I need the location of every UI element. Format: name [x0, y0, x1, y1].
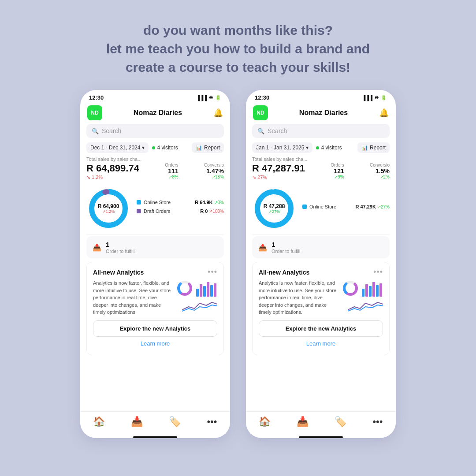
legend2-change-1: ↗100% [209, 209, 224, 214]
stats-row-1: R 64,899.74 ↘ 1.2% Orders 111 ↗8% Conver… [86, 163, 224, 180]
analytics-body-2: Analytics is now faster, flexible, and m… [259, 279, 383, 316]
analytics-text-1: Analytics is now faster, flexible, and m… [93, 279, 172, 316]
app-header-1: ND Nomaz Diaries 🔔 [80, 103, 230, 124]
nav-home-1[interactable]: 🏠 [93, 416, 105, 428]
conversion-change-1: ↗18% [204, 175, 224, 179]
legend2-name-1: Draft Orders [144, 208, 171, 214]
legend-dot-purple-1 [137, 209, 141, 213]
orders-change-1: ↗8% [165, 175, 178, 179]
orders-change-2: ↗9% [331, 175, 344, 179]
report-btn-1[interactable]: 📊 Report [192, 142, 224, 153]
main-stats-1: R 64,899.74 ↘ 1.2% [86, 163, 139, 180]
search-placeholder-2: Search [268, 127, 287, 134]
svg-rect-6 [196, 289, 199, 297]
stats-row-2: R 47,287.91 ↘ 27% Orders 121 ↗9% Convers… [252, 163, 390, 180]
explore-btn-1[interactable]: Explore the new Analytics [93, 320, 217, 337]
nav-tag-1[interactable]: 🏷️ [169, 416, 181, 428]
headline-line1: do you want months like this? [143, 23, 333, 37]
analytics-title-2: All-new Analytics [259, 269, 309, 276]
order-icon-1: 📥 [93, 243, 101, 252]
visitors-badge-2: 4 visitors [316, 145, 342, 151]
legend1-amount-1: R 64.9K [195, 200, 212, 205]
home-bar-2 [299, 436, 343, 438]
donut-label-2: R 47,288 ↗27% [264, 203, 285, 214]
search-icon-2: 🔍 [257, 128, 264, 134]
legend1-amount-2: R 47.29K [355, 204, 376, 209]
report-btn-2[interactable]: 📊 Report [357, 142, 390, 153]
svg-rect-17 [362, 289, 364, 297]
nav-more-2[interactable]: ••• [372, 416, 383, 428]
nav-inbox-2[interactable]: 📥 [297, 416, 309, 428]
app-header-2: ND Nomaz Diaries 🔔 [246, 103, 396, 124]
mini-line-chart-1 [182, 299, 217, 312]
more-options-icon-1[interactable]: ••• [208, 268, 217, 277]
nav-inbox-1[interactable]: 📥 [131, 416, 143, 428]
status-bar-1: 12:30 ▐▐▐ ⊖ 🔋 [80, 90, 230, 103]
legend-item-1-2: Draft Orders R 0 ↗100% [137, 208, 224, 214]
chevron-down-icon-2: ▾ [306, 145, 309, 151]
headline-line2: let me teach you how to build a brand an… [106, 41, 370, 56]
nav-home-2[interactable]: 🏠 [259, 416, 271, 428]
date-btn-2[interactable]: Jan 1 - Jan 31, 2025 ▾ [252, 142, 312, 153]
donut-label-1: R 64,900 ↗1.2% [98, 203, 119, 214]
analytics-card-2: All-new Analytics ••• Analytics is now f… [252, 262, 390, 355]
mini-donut-chart-2 [342, 279, 359, 297]
filter-row-1: Dec 1 - Dec 31, 2024 ▾ 4 visitors 📊 Repo… [80, 142, 230, 156]
donut-amount-2: R 47,288 [264, 203, 285, 209]
conversion-change-2: ↗2% [370, 175, 390, 179]
legend-dot-blue-1 [137, 200, 141, 205]
svg-rect-22 [379, 283, 382, 297]
bell-icon-2[interactable]: 🔔 [379, 108, 389, 118]
legend-area-1: Online Store R 64.9K ↗3% Draft Orders R … [137, 200, 224, 217]
search-bar-2[interactable]: 🔍 Search [252, 124, 390, 138]
order-info-2: 1 Order to fulfill [271, 241, 300, 254]
conversion-block-1: Conversio 1.47% ↗18% [204, 163, 224, 179]
analytics-text-2: Analytics is now faster, flexible, and m… [259, 279, 338, 316]
learn-more-2[interactable]: Learn more [259, 340, 383, 350]
nav-tag-2[interactable]: 🏷️ [335, 416, 346, 428]
mini-bars-chart-2 [361, 280, 383, 297]
order-card-2: 📥 1 Order to fulfill [252, 236, 390, 258]
chevron-down-icon-1: ▾ [142, 145, 145, 151]
wifi-icon-2: ⊖ [375, 95, 379, 100]
order-info-1: 1 Order to fulfill [106, 241, 134, 254]
battery-icon-2: 🔋 [381, 95, 387, 100]
phones-container: 12:30 ▐▐▐ ⊖ 🔋 ND Nomaz Diaries 🔔 🔍 Searc… [80, 90, 396, 438]
analytics-card-1: All-new Analytics ••• Analytics is now f… [86, 262, 224, 355]
mini-bars-chart-1 [195, 280, 217, 297]
status-icons-2: ▐▐▐ ⊖ 🔋 [362, 95, 387, 100]
chart-area-1: R 64,900 ↗1.2% Online Store R 64.9K ↗3% … [80, 183, 230, 234]
nav-more-1[interactable]: ••• [207, 416, 217, 428]
svg-rect-18 [365, 284, 368, 297]
analytics-header-1: All-new Analytics ••• [93, 268, 217, 277]
conversion-block-2: Conversio 1.5% ↗2% [370, 163, 390, 179]
bottom-nav-2: 🏠 📥 🏷️ ••• [246, 411, 396, 434]
legend-dot-blue-2 [302, 205, 307, 209]
learn-more-1[interactable]: Learn more [93, 340, 217, 350]
divider-2 [252, 234, 390, 234]
search-bar-1[interactable]: 🔍 Search [86, 124, 224, 138]
svg-rect-19 [369, 286, 372, 297]
explore-btn-2[interactable]: Explore the new Analytics [259, 320, 383, 337]
search-icon-1: 🔍 [92, 128, 99, 134]
stats-section-1: Total sales by sales cha... R 64,899.74 … [80, 156, 230, 183]
wifi-icon-1: ⊖ [209, 95, 213, 100]
signal-icon-2: ▐▐▐ [362, 95, 372, 100]
donut-chart-2: R 47,288 ↗27% [252, 186, 296, 231]
svg-rect-21 [376, 285, 379, 297]
more-options-icon-2[interactable]: ••• [373, 268, 383, 277]
date-btn-1[interactable]: Dec 1 - Dec 31, 2024 ▾ [86, 142, 149, 153]
date-range-2: Jan 1 - Jan 31, 2025 [256, 145, 304, 151]
donut-chart-1: R 64,900 ↗1.2% [86, 186, 130, 231]
green-dot-1 [152, 146, 155, 149]
analytics-title-1: All-new Analytics [93, 269, 144, 276]
legend2-amount-1: R 0 [200, 208, 208, 214]
visitors-badge-1: 4 visitors [152, 145, 178, 151]
search-placeholder-1: Search [102, 127, 121, 134]
legend1-change-1: ↗3% [214, 200, 224, 205]
svg-rect-9 [207, 282, 209, 297]
bell-icon-1[interactable]: 🔔 [213, 108, 223, 118]
conversion-label-1: Conversio [204, 163, 224, 167]
report-icon-1: 📊 [196, 145, 202, 151]
main-change-2: ↘ 27% [252, 175, 305, 180]
